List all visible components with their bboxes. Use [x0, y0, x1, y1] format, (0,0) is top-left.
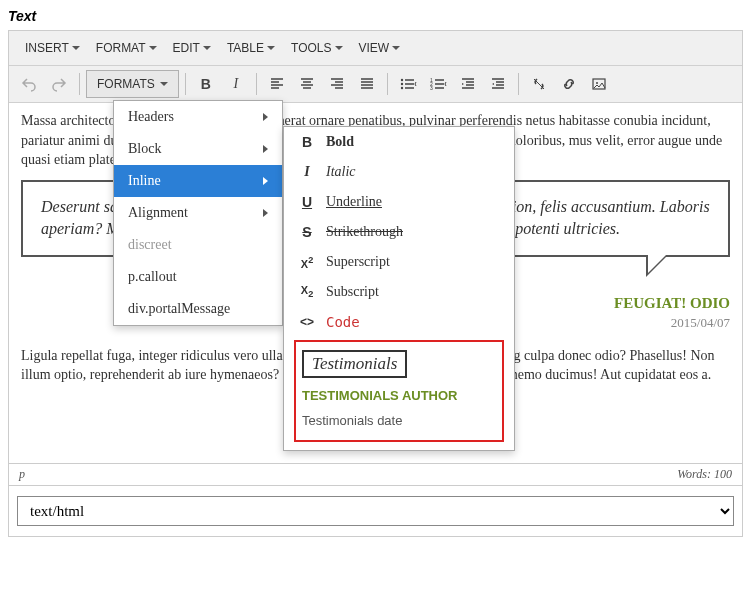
chevron-right-icon — [263, 177, 268, 185]
submenu-item-testimonials-date[interactable]: Testimonials date — [302, 413, 496, 428]
caret-icon — [72, 46, 80, 50]
item-label: div.portalMessage — [128, 301, 230, 317]
item-label: discreet — [128, 237, 172, 253]
menu-insert[interactable]: INSERT — [17, 35, 88, 61]
item-label: Underline — [326, 194, 382, 210]
chevron-right-icon — [263, 113, 268, 121]
item-label: p.callout — [128, 269, 177, 285]
link-button[interactable] — [555, 70, 583, 98]
item-label: Bold — [326, 134, 354, 150]
submenu-item-strikethrough[interactable]: SStrikethrough — [284, 217, 514, 247]
caret-icon — [267, 46, 275, 50]
chevron-right-icon — [263, 145, 268, 153]
menu-label: EDIT — [173, 41, 200, 55]
highlighted-custom-styles: Testimonials TESTIMONIALS AUTHOR Testimo… — [294, 340, 504, 442]
code-icon: <> — [298, 315, 316, 329]
button-label: FORMATS — [97, 77, 155, 91]
dropdown-item-divportalmessage[interactable]: div.portalMessage — [114, 293, 282, 325]
caret-icon — [149, 46, 157, 50]
rich-text-editor: INSERT FORMAT EDIT TABLE TOOLS VIEW FORM… — [8, 30, 743, 537]
field-label: Text — [8, 8, 743, 24]
submenu-item-code[interactable]: <>Code — [284, 307, 514, 337]
menu-view[interactable]: VIEW — [351, 35, 409, 61]
svg-text:3: 3 — [430, 85, 433, 91]
redo-button[interactable] — [45, 70, 73, 98]
mime-type-select[interactable]: text/html — [17, 496, 734, 526]
inline-submenu: BBold IItalic UUnderline SStrikethrough … — [283, 126, 515, 451]
chevron-right-icon — [263, 209, 268, 217]
item-label: Strikethrough — [326, 224, 403, 240]
menu-label: VIEW — [359, 41, 390, 55]
svg-point-1 — [401, 83, 403, 85]
toolbar: FORMATS B I 123 Headers Block Inline Ali… — [9, 66, 742, 103]
submenu-item-testimonials-author[interactable]: TESTIMONIALS AUTHOR — [302, 388, 496, 403]
align-right-button[interactable] — [323, 70, 351, 98]
formats-dropdown: Headers Block Inline Alignment discreet … — [113, 100, 283, 326]
item-label: Inline — [128, 173, 161, 189]
caret-icon — [335, 46, 343, 50]
dropdown-item-inline[interactable]: Inline — [114, 165, 282, 197]
toolbar-separator — [256, 73, 257, 95]
outdent-button[interactable] — [454, 70, 482, 98]
menu-tools[interactable]: TOOLS — [283, 35, 350, 61]
dropdown-item-alignment[interactable]: Alignment — [114, 197, 282, 229]
subscript-icon: X2 — [298, 284, 316, 299]
caret-icon — [392, 46, 400, 50]
caret-icon — [160, 82, 168, 86]
element-path[interactable]: p — [19, 467, 25, 482]
menu-label: FORMAT — [96, 41, 146, 55]
bold-button[interactable]: B — [192, 70, 220, 98]
dropdown-item-block[interactable]: Block — [114, 133, 282, 165]
toolbar-separator — [185, 73, 186, 95]
menu-format[interactable]: FORMAT — [88, 35, 165, 61]
menubar: INSERT FORMAT EDIT TABLE TOOLS VIEW — [9, 31, 742, 66]
bullet-list-button[interactable] — [394, 70, 422, 98]
menu-label: TOOLS — [291, 41, 331, 55]
undo-button[interactable] — [15, 70, 43, 98]
item-label: Italic — [326, 164, 356, 180]
dropdown-item-discreet[interactable]: discreet — [114, 229, 282, 261]
submenu-item-testimonials[interactable]: Testimonials — [302, 350, 496, 378]
svg-point-7 — [596, 82, 598, 84]
item-label: Testimonials — [302, 350, 407, 378]
align-left-button[interactable] — [263, 70, 291, 98]
caret-icon — [203, 46, 211, 50]
submenu-item-italic[interactable]: IItalic — [284, 157, 514, 187]
image-button[interactable] — [585, 70, 613, 98]
item-label: Subscript — [326, 284, 379, 300]
numbered-list-button[interactable]: 123 — [424, 70, 452, 98]
toolbar-separator — [79, 73, 80, 95]
submenu-item-bold[interactable]: BBold — [284, 127, 514, 157]
item-label: Headers — [128, 109, 174, 125]
dropdown-item-headers[interactable]: Headers — [114, 101, 282, 133]
bold-icon: B — [298, 134, 316, 150]
mime-type-row: text/html — [9, 485, 742, 536]
menu-table[interactable]: TABLE — [219, 35, 283, 61]
superscript-icon: X2 — [298, 255, 316, 270]
submenu-item-superscript[interactable]: X2Superscript — [284, 247, 514, 277]
toolbar-separator — [387, 73, 388, 95]
italic-icon: I — [298, 164, 316, 180]
align-justify-button[interactable] — [353, 70, 381, 98]
item-label: Code — [326, 314, 360, 330]
formats-button[interactable]: FORMATS — [86, 70, 179, 98]
toolbar-separator — [518, 73, 519, 95]
item-label: Block — [128, 141, 161, 157]
underline-icon: U — [298, 194, 316, 210]
menu-edit[interactable]: EDIT — [165, 35, 219, 61]
menu-label: INSERT — [25, 41, 69, 55]
dropdown-item-pcallout[interactable]: p.callout — [114, 261, 282, 293]
item-label: Alignment — [128, 205, 188, 221]
indent-button[interactable] — [484, 70, 512, 98]
submenu-item-underline[interactable]: UUnderline — [284, 187, 514, 217]
menu-label: TABLE — [227, 41, 264, 55]
italic-button[interactable]: I — [222, 70, 250, 98]
align-center-button[interactable] — [293, 70, 321, 98]
svg-point-0 — [401, 79, 403, 81]
strikethrough-icon: S — [298, 224, 316, 240]
item-label: Superscript — [326, 254, 390, 270]
unlink-button[interactable] — [525, 70, 553, 98]
submenu-item-subscript[interactable]: X2Subscript — [284, 277, 514, 307]
svg-point-2 — [401, 87, 403, 89]
status-bar: p Words: 100 — [9, 463, 742, 485]
